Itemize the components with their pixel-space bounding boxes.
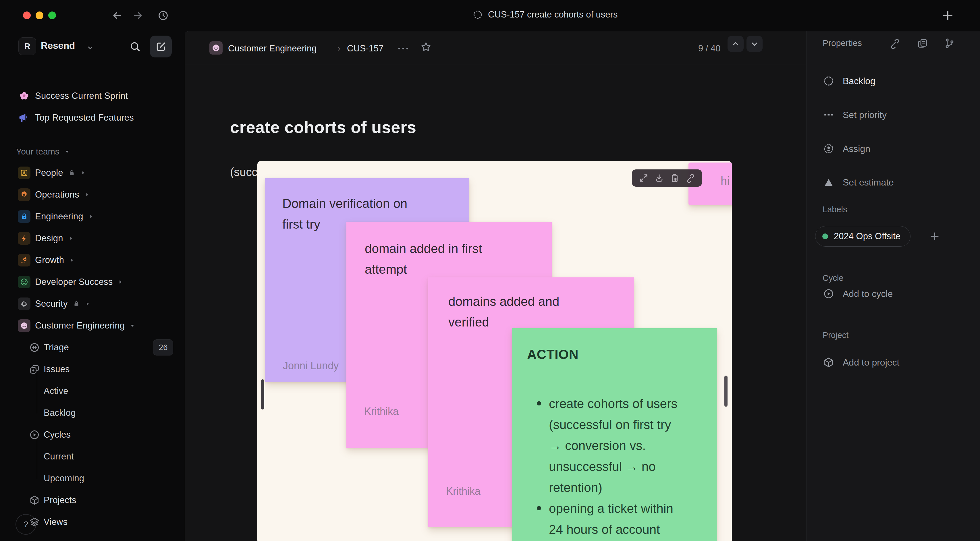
sidebar-item-label: Backlog (44, 408, 76, 418)
megaphone-icon (18, 111, 30, 124)
previous-issue-button[interactable] (727, 36, 744, 52)
sidebar-item-triage[interactable]: Triage 26 (0, 337, 185, 358)
sticky-note-action: ACTION create cohorts of users (successf… (512, 328, 717, 541)
team-label: Design (35, 233, 63, 243)
workspace-logo[interactable]: R (18, 37, 36, 55)
estimate-triangle-icon (822, 176, 835, 188)
sidebar-item-issues[interactable]: Issues (0, 358, 185, 380)
issue-title[interactable]: create cohorts of users (230, 118, 416, 137)
sidebar-item-upcoming[interactable]: Upcoming (0, 468, 185, 489)
expand-image-icon[interactable] (639, 173, 649, 183)
issues-icon (29, 364, 40, 375)
help-button[interactable]: ? (16, 514, 36, 535)
download-image-icon[interactable] (654, 173, 664, 183)
attached-image[interactable]: hi Domain verification on first try Jonn… (257, 161, 732, 541)
assignee-value: Assign (843, 143, 870, 154)
sidebar-item-label: Issues (44, 364, 70, 374)
smiley-icon (18, 319, 30, 332)
git-branch-icon[interactable] (944, 38, 955, 49)
sidebar-item-label: Triage (44, 342, 69, 353)
status-value: Backlog (843, 76, 875, 86)
sidebar-item-cycles[interactable]: Cycles (0, 424, 185, 446)
sidebar-team-customer-engineering[interactable]: Customer Engineering (0, 315, 185, 337)
chevron-right-icon[interactable] (88, 213, 94, 220)
chevron-right-icon[interactable] (84, 191, 90, 198)
copy-link-icon[interactable] (889, 38, 900, 49)
sidebar-item-current[interactable]: Current (0, 446, 185, 468)
sidebar-team-people[interactable]: People (0, 162, 185, 184)
window-title-text: CUS-157 create cohorts of users (488, 10, 617, 20)
workspace-switcher[interactable]: R Resend (0, 37, 185, 59)
back-icon[interactable] (111, 10, 123, 21)
forward-icon[interactable] (132, 10, 143, 21)
sidebar-team-security[interactable]: Security (0, 293, 185, 315)
cycle-icon (822, 288, 835, 300)
priority-row[interactable]: Set priority (822, 109, 887, 121)
team-smiley-icon (209, 41, 223, 54)
breadcrumb-team[interactable]: Customer Engineering (228, 43, 317, 54)
more-options-icon[interactable] (397, 45, 410, 52)
copy-image-icon[interactable] (670, 173, 679, 183)
estimate-value: Set estimate (843, 177, 894, 188)
chevron-right-icon[interactable] (68, 257, 75, 263)
history-clock-icon[interactable] (158, 10, 169, 21)
add-to-cycle-label: Add to cycle (843, 289, 892, 299)
sidebar-team-operations[interactable]: Operations (0, 184, 185, 205)
copy-id-icon[interactable] (917, 38, 928, 49)
next-issue-button[interactable] (746, 36, 762, 52)
issue-area: Customer Engineering › CUS-157 9 / 40 cr… (185, 31, 806, 541)
add-label-icon[interactable] (928, 230, 941, 243)
workspace-name[interactable]: Resend (41, 40, 75, 51)
sidebar-team-developer-success[interactable]: Developer Success (0, 271, 185, 293)
properties-title: Properties (822, 38, 862, 48)
add-to-project-row[interactable]: Add to project (822, 356, 899, 368)
minimize-window-button[interactable] (36, 11, 43, 19)
sidebar-team-design[interactable]: Design (0, 228, 185, 249)
label-text: 2024 Ops Offsite (834, 231, 900, 242)
label-pill[interactable]: 2024 Ops Offsite (815, 226, 910, 247)
search-icon[interactable] (129, 40, 141, 53)
breadcrumb-issue-id[interactable]: CUS-157 (347, 43, 384, 54)
chevron-right-icon[interactable] (80, 170, 86, 176)
chevron-right-icon[interactable] (68, 235, 74, 242)
add-to-cycle-row[interactable]: Add to cycle (822, 288, 892, 300)
status-row[interactable]: Backlog (822, 75, 875, 87)
assign-person-icon (822, 143, 835, 155)
projects-cube-icon (29, 495, 40, 506)
your-teams-label: Your teams (16, 147, 59, 156)
chevron-right-icon[interactable] (84, 301, 91, 307)
team-label: Security (35, 299, 68, 309)
favorite-star-icon[interactable] (420, 41, 432, 53)
cycle-header: Cycle (822, 274, 843, 283)
main-card: Customer Engineering › CUS-157 9 / 40 cr… (185, 31, 980, 541)
new-tab-plus-icon[interactable] (941, 9, 955, 22)
sidebar-item-label: Projects (44, 495, 76, 505)
properties-panel: Properties Backlog Set priority As (806, 31, 980, 541)
zoom-window-button[interactable] (48, 11, 56, 19)
sidebar-item-active[interactable]: Active (0, 380, 185, 402)
priority-value: Set priority (843, 110, 887, 120)
sidebar-item-success-current-sprint[interactable]: Success Current Sprint (0, 85, 185, 107)
triage-count-badge: 26 (153, 339, 173, 355)
your-teams-header[interactable]: Your teams (16, 143, 201, 160)
chevron-right-icon[interactable] (117, 279, 124, 285)
image-resize-handle-left[interactable] (261, 379, 264, 409)
backlog-status-icon (822, 75, 835, 87)
sidebar-item-label: Top Requested Features (35, 113, 134, 123)
caret-down-icon[interactable] (129, 323, 135, 329)
sidebar-item-top-requested-features[interactable]: Top Requested Features (0, 107, 185, 129)
estimate-row[interactable]: Set estimate (822, 176, 894, 188)
sidebar-item-projects[interactable]: Projects (0, 489, 185, 511)
triage-icon (29, 342, 40, 353)
assignee-row[interactable]: Assign (822, 143, 870, 155)
rocket-icon (18, 254, 30, 266)
sidebar-team-engineering[interactable]: Engineering (0, 205, 185, 228)
copy-link-icon[interactable] (685, 173, 695, 183)
image-resize-handle-right[interactable] (724, 376, 727, 407)
sidebar-item-backlog[interactable]: Backlog (0, 402, 185, 424)
close-window-button[interactable] (23, 11, 31, 19)
sidebar-team-growth[interactable]: Growth (0, 249, 185, 271)
cycles-icon (29, 429, 40, 441)
new-issue-compose-button[interactable] (150, 36, 172, 57)
sidebar-item-label: Success Current Sprint (35, 91, 128, 101)
